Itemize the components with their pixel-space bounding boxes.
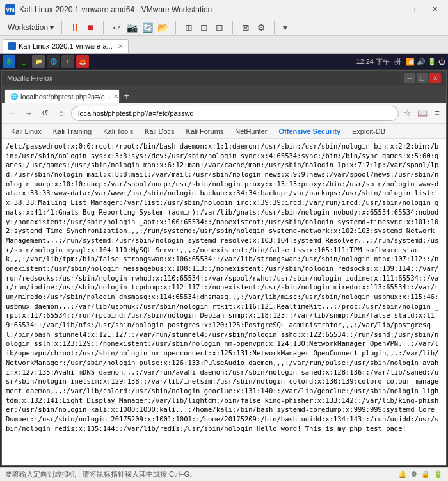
- ff-bookmark-item[interactable]: NetHunter: [230, 126, 272, 136]
- kali-volume-icon: 🔊: [417, 58, 426, 66]
- vm-screen[interactable]: 🐉 _ 📁 🌐 T 🦊 12:24 下午 拼 📶 🔊: [0, 54, 448, 467]
- ff-tab-active[interactable]: 🌐 localhost/phptest.php?a=/e... ✕: [4, 89, 120, 103]
- vm-tab[interactable]: Kali-Linux-2020.1-vmware-a... ✕: [3, 39, 129, 53]
- kali-battery-icon: 🔋: [428, 58, 436, 66]
- ff-url-input[interactable]: [71, 106, 399, 121]
- ff-url-icons: ☆ 📖 ≡: [401, 107, 444, 120]
- snapshot-button[interactable]: 📷: [124, 20, 140, 35]
- snapshot3-button[interactable]: 📂: [155, 20, 170, 35]
- ff-refresh-button[interactable]: ↺: [38, 106, 52, 120]
- vm-tab-icon: [8, 42, 16, 50]
- ff-reader-mode-icon[interactable]: 📖: [416, 107, 429, 120]
- firefox-title: Mozilla Firefox: [7, 74, 52, 82]
- pause-button[interactable]: ⏸: [67, 20, 83, 35]
- guest-button[interactable]: ⊠: [238, 20, 253, 35]
- firefox-window: Mozilla Firefox ─ □ ✕ 🌐 localhost/phptes…: [1, 70, 447, 466]
- ff-bookmark-item[interactable]: Kali Tools: [98, 126, 138, 136]
- kali-topbar: 🐉 _ 📁 🌐 T 🦊 12:24 下午 拼 📶 🔊: [0, 54, 448, 69]
- ff-urlbar: ← → ↺ ⌂ ☆ 📖 ≡: [2, 103, 446, 124]
- ff-bookmark-item[interactable]: Exploit-DB: [347, 126, 390, 136]
- kali-files-icon[interactable]: 📁: [32, 55, 45, 68]
- window-controls: ─ □ ✕: [390, 3, 443, 16]
- kali-firefox-icon[interactable]: 🦊: [76, 55, 89, 68]
- menu-bar: Workstation ▾ ⏸ ■ ↩ 📷 🔄 📂 ⊞ ⊡ ⊟ ⊠ ⚙ ▾: [0, 19, 448, 36]
- ff-close-button[interactable]: ✕: [429, 73, 441, 83]
- statusbar-lock-icon: 🔒: [421, 470, 430, 478]
- ff-bookmarks-bar: Kali LinuxKali TrainingKali ToolsKali Do…: [2, 124, 446, 139]
- toolbar-group-4: ⊠ ⚙: [238, 20, 269, 35]
- ff-bookmark-item[interactable]: Kali Training: [48, 126, 97, 136]
- statusbar-battery-icon: 🔋: [434, 470, 443, 478]
- fullscreen-button[interactable]: ⊡: [196, 20, 212, 35]
- multi-button[interactable]: ⊟: [212, 20, 227, 35]
- statusbar: 要将输入定向到虚拟机，请将鼠标指针移入其中或按 Ctrl+G。 🔔 ⚙ 🔒 🔋: [0, 467, 448, 481]
- ff-bookmark-item[interactable]: Kali Forums: [181, 126, 229, 136]
- toolbar-divider-1: [61, 21, 62, 34]
- kali-power-icon[interactable]: ⏻: [438, 58, 445, 65]
- workstation-menu[interactable]: Workstation ▾: [3, 22, 59, 33]
- ff-tab-label: localhost/phptest.php?a=/e...: [20, 93, 111, 101]
- kali-browser-icon[interactable]: 🌐: [47, 55, 60, 68]
- ff-menu-icon[interactable]: ≡: [431, 107, 444, 120]
- toolbar-divider-3: [175, 21, 176, 34]
- ff-maximize-button[interactable]: □: [417, 73, 428, 83]
- ff-bookmark-star-icon[interactable]: ☆: [401, 107, 414, 120]
- ff-page-text: /etc/passwdroot:x:0:0:root:/root:/bin/ba…: [6, 142, 438, 432]
- toolbar-divider-2: [103, 21, 104, 34]
- kali-clock: 12:24 下午: [356, 57, 390, 67]
- close-button[interactable]: ✕: [426, 3, 443, 16]
- more-button[interactable]: ▾: [277, 20, 292, 35]
- statusbar-right: 🔔 ⚙ 🔒 🔋: [398, 470, 443, 478]
- kali-start-icon[interactable]: 🐉: [3, 55, 15, 68]
- kali-input-method: 拼: [394, 57, 401, 67]
- kali-text-icon[interactable]: T: [61, 55, 74, 68]
- ff-minimize-button[interactable]: ─: [404, 73, 415, 83]
- toolbar-group-3: ⊞ ⊡ ⊟: [181, 20, 227, 35]
- vm-tabbar: Kali-Linux-2020.1-vmware-a... ✕: [0, 36, 448, 54]
- maximize-button[interactable]: □: [408, 3, 425, 16]
- revert-button[interactable]: ↩: [109, 20, 124, 35]
- app-icon: VM: [5, 4, 15, 15]
- ff-tabbar: 🌐 localhost/phptest.php?a=/e... ✕ +: [2, 85, 446, 103]
- toolbar-group-1: ⏸ ■: [67, 20, 98, 35]
- kali-tray: 📶 🔊 🔋 ⏻: [406, 58, 445, 66]
- kali-network-icon: 📶: [406, 58, 415, 66]
- minimize-button[interactable]: ─: [390, 3, 407, 16]
- snapshot2-button[interactable]: 🔄: [140, 20, 155, 35]
- ff-bookmark-item[interactable]: Kali Linux: [6, 126, 47, 136]
- window-title: Kali-Linux-2020.1-vmware-amd64 - VMware …: [19, 5, 390, 14]
- ff-tab-favicon-icon: 🌐: [10, 93, 18, 100]
- ff-home-button[interactable]: ⌂: [54, 106, 68, 120]
- workstation-label: Workstation: [8, 23, 48, 32]
- toolbar-divider-4: [232, 21, 233, 34]
- title-bar: VM Kali-Linux-2020.1-vmware-amd64 - VMwa…: [0, 0, 448, 19]
- vm-tab-close[interactable]: ✕: [118, 43, 123, 50]
- ff-win-controls: ─ □ ✕: [404, 73, 441, 83]
- toolbar-group-2: ↩ 📷 🔄 📂: [109, 20, 170, 35]
- ff-tab-close-icon[interactable]: ✕: [113, 93, 118, 100]
- ff-bookmark-item[interactable]: Offensive Security: [273, 126, 346, 136]
- ff-bookmark-item[interactable]: Kali Docs: [140, 126, 179, 136]
- ff-forward-button[interactable]: →: [21, 106, 35, 120]
- ff-page-content: /etc/passwdroot:x:0:0:root:/root:/bin/ba…: [2, 139, 446, 465]
- kali-terminal-icon[interactable]: _: [17, 55, 30, 68]
- statusbar-hint: 要将输入定向到虚拟机，请将鼠标指针移入其中或按 Ctrl+G。: [5, 469, 196, 479]
- statusbar-settings-icon: ⚙: [411, 470, 417, 478]
- workstation-arrow-icon: ▾: [50, 23, 54, 32]
- ff-new-tab-button[interactable]: +: [120, 89, 134, 103]
- settings-button[interactable]: ⚙: [253, 20, 269, 35]
- stop-button[interactable]: ■: [83, 20, 98, 35]
- inner-os: 🐉 _ 📁 🌐 T 🦊 12:24 下午 拼 📶 🔊: [0, 54, 448, 467]
- firefox-titlebar: Mozilla Firefox ─ □ ✕: [2, 71, 446, 85]
- view-button[interactable]: ⊞: [181, 20, 196, 35]
- ff-back-button[interactable]: ←: [4, 106, 19, 120]
- statusbar-bell-icon: 🔔: [398, 470, 407, 478]
- toolbar-divider-5: [274, 21, 275, 34]
- vm-tab-label: Kali-Linux-2020.1-vmware-a...: [19, 42, 113, 50]
